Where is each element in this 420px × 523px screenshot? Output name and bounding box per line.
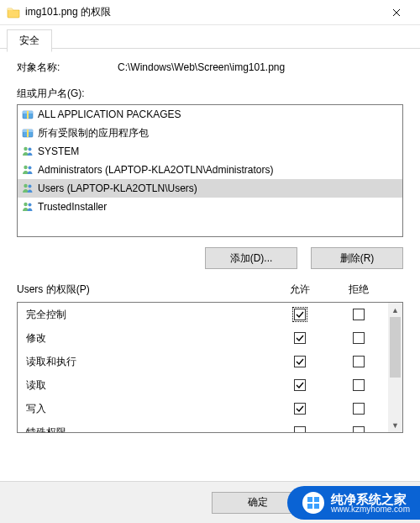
close-button[interactable] [380,0,413,25]
title-bar: img101.png 的权限 [0,0,420,25]
permission-row: 读取 [18,373,388,397]
deny-checkbox[interactable] [353,356,365,367]
group-item[interactable]: TrustedInstaller [18,198,402,216]
watermark-logo-icon [302,492,324,514]
permission-name: 写入 [26,402,270,416]
watermark: 纯净系统之家 www.kzmyhome.com [287,486,420,520]
group-item[interactable]: ALL APPLICATION PACKAGES [18,105,402,124]
close-icon [392,8,401,17]
group-item-label: ALL APPLICATION PACKAGES [38,108,181,120]
permission-name: 修改 [26,331,270,346]
permission-row: 读取和执行 [18,350,388,373]
svg-rect-16 [307,504,312,509]
groups-label: 组或用户名(G): [17,87,403,101]
users-icon [21,163,34,177]
svg-rect-15 [314,497,319,502]
window-title: img101.png 的权限 [25,5,380,19]
permissions-label: Users 的权限(P) [17,283,270,297]
tab-security[interactable]: 安全 [7,29,52,52]
svg-point-13 [29,203,32,207]
allow-checkbox[interactable] [294,403,306,415]
package-icon [21,108,34,121]
permission-row: 完全控制 [18,303,388,326]
group-item-label: TrustedInstaller [38,201,107,213]
watermark-url: www.kzmyhome.com [331,505,410,514]
permission-name: 完全控制 [26,308,270,322]
group-item[interactable]: 所有受限制的应用程序包 [18,124,402,142]
scroll-track[interactable] [388,317,402,418]
permission-row: 特殊权限 [18,420,388,432]
groups-list[interactable]: ALL APPLICATION PACKAGES所有受限制的应用程序包SYSTE… [17,104,403,237]
svg-point-7 [29,148,32,151]
allow-checkbox[interactable] [294,309,306,320]
permissions-header: Users 的权限(P) 允许 拒绝 [17,283,403,297]
permission-name: 读取 [26,378,270,393]
group-item[interactable]: Users (LAPTOP-KLA2OTLN\Users) [18,179,402,198]
svg-rect-14 [307,497,312,502]
folder-icon [7,6,20,19]
users-icon [21,182,34,195]
watermark-title: 纯净系统之家 [331,493,410,505]
scroll-up-button[interactable]: ▲ [388,303,402,317]
group-item[interactable]: SYSTEM [18,142,402,161]
svg-point-11 [29,185,32,188]
svg-point-9 [29,166,32,170]
allow-column-header: 允许 [270,283,329,297]
svg-rect-2 [27,111,29,119]
svg-rect-17 [314,504,319,509]
object-name-row: 对象名称: C:\Windows\Web\Screen\img101.png [17,61,403,75]
object-name-label: 对象名称: [17,61,118,75]
allow-checkbox[interactable] [294,379,306,391]
svg-rect-5 [27,129,29,137]
svg-point-10 [24,184,27,188]
group-item-label: 所有受限制的应用程序包 [38,126,149,140]
group-item-label: Users (LAPTOP-KLA2OTLN\Users) [38,182,197,194]
deny-checkbox[interactable] [353,332,365,344]
package-icon [21,126,34,140]
permission-row: 写入 [18,397,388,420]
deny-checkbox[interactable] [353,403,365,415]
deny-checkbox[interactable] [353,426,365,432]
allow-checkbox[interactable] [294,332,306,344]
dialog-body: 对象名称: C:\Windows\Web\Screen\img101.png 组… [0,49,420,441]
users-icon [21,200,34,214]
scrollbar[interactable]: ▲ ▼ [388,303,402,432]
group-item-label: Administrators (LAPTOP-KLA2OTLN\Administ… [38,164,274,176]
allow-checkbox[interactable] [294,426,306,432]
permissions-list: 完全控制修改读取和执行读取写入特殊权限 ▲ ▼ [17,302,403,433]
svg-point-8 [24,166,27,169]
deny-checkbox[interactable] [353,379,365,391]
tab-strip: 安全 [0,25,420,49]
group-item-label: SYSTEM [38,145,79,157]
users-icon [21,145,34,158]
svg-point-12 [24,203,27,206]
scroll-thumb[interactable] [390,317,401,378]
allow-checkbox[interactable] [294,356,306,367]
object-name-value: C:\Windows\Web\Screen\img101.png [118,61,403,73]
deny-column-header: 拒绝 [329,283,388,297]
permission-row: 修改 [18,326,388,350]
svg-point-6 [24,147,27,151]
permission-name: 特殊权限 [26,425,270,433]
add-button[interactable]: 添加(D)... [205,247,297,269]
scroll-down-button[interactable]: ▼ [388,418,402,432]
deny-checkbox[interactable] [353,309,365,320]
group-item[interactable]: Administrators (LAPTOP-KLA2OTLN\Administ… [18,161,402,179]
remove-button[interactable]: 删除(R) [311,247,403,269]
permission-name: 读取和执行 [26,355,270,369]
